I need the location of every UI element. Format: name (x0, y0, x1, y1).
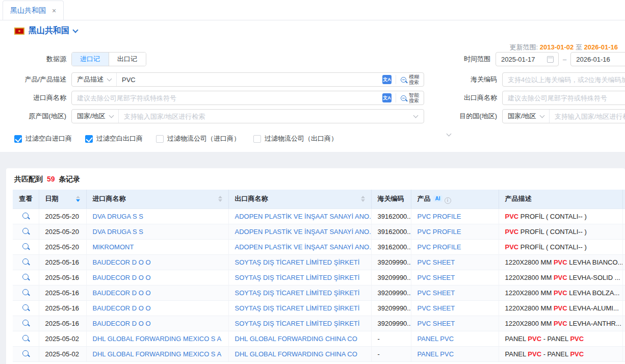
close-icon[interactable]: × (52, 7, 56, 14)
column-label: 日期 (45, 194, 59, 203)
importer-search-input[interactable] (72, 91, 382, 105)
exporter-link[interactable]: ADOPEN PLASTİK VE İNŞAAT SANAYİ ANO... (228, 224, 371, 239)
date-cell: 2025-05-20 (39, 209, 86, 224)
view-record-icon[interactable] (22, 243, 29, 249)
checkbox-unchecked-icon[interactable] (253, 135, 261, 143)
importer-link[interactable]: DVA DRUGA S S (86, 209, 228, 224)
importer-link[interactable]: BAUDECOR D O O (86, 316, 228, 331)
filter-checkbox-0[interactable]: 过滤空白进口商 (14, 134, 72, 143)
checkbox-unchecked-icon[interactable] (156, 135, 164, 143)
highlighted-term: PVC (570, 350, 584, 358)
datasource-option-0[interactable]: 进口记录 (72, 53, 109, 66)
product-search-group: 产品描述 文A 模糊搜索 (71, 72, 424, 87)
search-icon (401, 95, 406, 101)
product-link[interactable]: PANEL PVC (411, 346, 499, 361)
importer-link[interactable]: DHL GLOBAL FORWARDING MEXICO S A (86, 346, 228, 361)
view-record-icon[interactable] (22, 289, 29, 295)
exporter-link[interactable]: ADOPEN PLASTİK VE İNŞAAT SANAYİ ANO... (228, 209, 371, 224)
product-link[interactable]: PVC SHEET (411, 270, 499, 285)
calendar-icon[interactable] (547, 56, 554, 63)
sorter-icon[interactable] (361, 196, 365, 202)
view-record-icon[interactable] (22, 320, 29, 326)
importer-link[interactable]: MIKROMONT (86, 239, 228, 254)
exporter-link[interactable]: SOYTAŞ DIŞ TİCARET LİMİTED ŞİRKETİ (228, 270, 371, 285)
view-record-icon[interactable] (22, 258, 29, 265)
filter-checkbox-1[interactable]: 过滤空白出口商 (85, 134, 143, 143)
table-row: 2025-05-16BAUDECOR D O OSOYTAŞ DIŞ TİCAR… (13, 254, 625, 270)
filter-checkbox-3[interactable]: 过滤物流公司（出口商） (253, 134, 337, 143)
exporter-link[interactable]: SOYTAŞ DIŞ TİCARET LİMİTED ŞİRKETİ (228, 300, 371, 316)
fuzzy-search-button[interactable]: 模糊搜索 (396, 73, 424, 86)
product-link[interactable]: PVC SHEET (411, 285, 499, 300)
product-link[interactable]: PVC SHEET (411, 300, 499, 316)
importer-link[interactable]: BAUDECOR D O O (86, 300, 228, 316)
importer-link[interactable]: BAUDECOR D O O (86, 254, 228, 270)
exporter-link[interactable]: SOYTAŞ DIŞ TİCARET LİMİTED ŞİRKETİ (228, 316, 371, 331)
view-cell (13, 331, 39, 346)
smart-search-button[interactable]: 智能搜索 (396, 91, 424, 105)
translate-icon[interactable]: 文A (382, 75, 392, 84)
column-label: 产品 (418, 195, 431, 202)
extra-cell (622, 285, 625, 300)
destination-country-input[interactable] (550, 110, 625, 123)
origin-country-input[interactable] (119, 110, 414, 123)
view-record-icon[interactable] (22, 304, 29, 310)
exporter-link[interactable]: DHL GLOBAL FORWARDING CHINA CO (228, 346, 371, 361)
checkbox-checked-icon[interactable] (85, 135, 93, 143)
sorter-icon[interactable] (218, 196, 222, 202)
product-link[interactable]: PANEL PVC (411, 331, 499, 346)
view-cell (13, 270, 39, 285)
datasource-option-1[interactable]: 出口记录 (109, 53, 146, 66)
update-range-from: 2013-01-02 (540, 43, 574, 51)
chevron-down-icon (446, 131, 451, 136)
column-header-date[interactable]: 日期 (39, 190, 86, 209)
importer-link[interactable]: BAUDECOR D O O (86, 285, 228, 300)
exporter-search-input[interactable] (502, 91, 625, 105)
exporter-link[interactable]: SOYTAŞ DIŞ TİCARET LİMİTED ŞİRKETİ (228, 285, 371, 300)
view-record-icon[interactable] (22, 213, 29, 219)
product-search-input[interactable] (117, 73, 382, 86)
product-type-select[interactable]: 产品描述 (72, 73, 117, 86)
column-header-importer[interactable]: 进口商名称 (86, 190, 228, 209)
view-record-icon[interactable] (22, 350, 29, 356)
exporter-link[interactable]: SOYTAŞ DIŞ TİCARET LİMİTED ŞİRKETİ (228, 254, 371, 270)
start-date-picker[interactable] (496, 52, 559, 66)
origin-region-select[interactable]: 国家/地区 (72, 110, 119, 123)
importer-link[interactable]: BAUDECOR D O O (86, 270, 228, 285)
importer-link[interactable]: DHL GLOBAL FORWARDING MEXICO S A (86, 331, 228, 346)
exporter-link[interactable]: ADOPEN PLASTİK VE İNŞAAT SANAYİ ANO... (228, 239, 371, 254)
filter-checkbox-2[interactable]: 过滤物流公司（进口商） (156, 134, 240, 143)
description-text: PANEL (505, 350, 528, 358)
product-link[interactable]: PVC SHEET (411, 316, 499, 331)
exporter-link[interactable]: DHL GLOBAL FORWARDING CHINA CO (228, 331, 371, 346)
tab-montenegro[interactable]: 黑山共和国 × (3, 1, 64, 20)
extra-cell (622, 209, 625, 224)
end-date-input[interactable] (571, 56, 620, 63)
origin-select-group: 国家/地区 (71, 109, 424, 123)
view-record-icon[interactable] (22, 274, 29, 280)
product-link[interactable]: PVC SHEET (411, 254, 499, 270)
page-title: 黑山共和国 (29, 25, 69, 36)
start-date-input[interactable] (496, 56, 545, 63)
country-selector[interactable]: 黑山共和国 (14, 25, 77, 36)
origin-label: 原产国(地区) (0, 112, 71, 121)
info-icon[interactable]: i (445, 197, 451, 204)
tab-bar: 黑山共和国 × (0, 0, 625, 20)
end-date-picker[interactable] (570, 52, 625, 66)
column-header-view: 查看 (13, 190, 39, 209)
view-cell (13, 285, 39, 300)
product-link[interactable]: PVC PROFILE (411, 239, 499, 254)
column-header-exporter[interactable]: 出口商名称 (228, 190, 371, 209)
product-link[interactable]: PVC PROFILE (411, 209, 499, 224)
product-link[interactable]: PVC PROFILE (411, 224, 499, 239)
hs-code-input[interactable] (502, 72, 625, 87)
view-record-icon[interactable] (22, 228, 29, 234)
importer-link[interactable]: DVA DRUGA S S (86, 224, 228, 239)
view-record-icon[interactable] (22, 335, 29, 341)
checkbox-checked-icon[interactable] (14, 135, 22, 143)
description-text: PROFİL ( CONTALI-- ) (518, 243, 587, 251)
sorter-icon[interactable] (76, 196, 80, 202)
destination-region-select[interactable]: 国家/地区 (503, 110, 550, 123)
translate-icon[interactable]: 文A (382, 93, 392, 102)
highlighted-term: PVC (554, 320, 567, 327)
